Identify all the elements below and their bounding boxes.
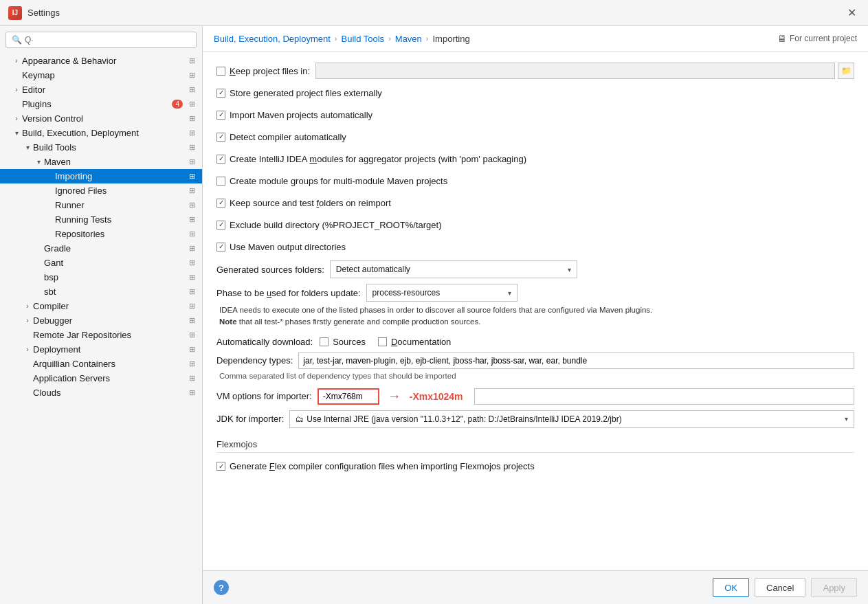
jdk-folder-icon: 🗂	[296, 414, 304, 424]
ok-button[interactable]: OK	[713, 578, 749, 597]
exclude-build-row: Exclude build directory (%PROJECT_ROOT%/…	[216, 216, 854, 233]
sidebar-item-keymap[interactable]: Keymap ⊞	[0, 68, 202, 82]
sidebar-item-app-servers[interactable]: Application Servers ⊞	[0, 371, 202, 385]
tree-arrow-deployment	[22, 346, 33, 353]
footer-buttons: OK Cancel Apply	[713, 578, 857, 597]
use-maven-output-label: Use Maven output directories	[230, 242, 346, 252]
sidebar-item-appearance[interactable]: Appearance & Behavior ⊞	[0, 54, 202, 68]
flexmojos-header: Flexmojos	[216, 439, 854, 453]
sidebar-item-plugins[interactable]: Plugins 4 ⊞	[0, 97, 202, 111]
keep-source-checkbox-wrap[interactable]: Keep source and test folders on reimport	[216, 198, 391, 208]
sidebar-item-repositories[interactable]: Repositories ⊞	[0, 227, 202, 241]
create-modules-label: Create IntelliJ IDEA modules for aggrega…	[230, 154, 526, 164]
vm-options-row: VM options for importer: → -Xmx1024m	[216, 388, 854, 405]
import-maven-checkbox-wrap[interactable]: Import Maven projects automatically	[216, 110, 372, 120]
search-input[interactable]	[25, 35, 190, 45]
sidebar-item-version-control[interactable]: Version Control ⊞	[0, 111, 202, 126]
browse-button[interactable]: 📁	[838, 63, 854, 79]
exclude-build-checkbox[interactable]	[216, 221, 225, 230]
breadcrumb-build-exec[interactable]: Build, Execution, Deployment	[214, 34, 331, 44]
documentation-checkbox[interactable]	[378, 337, 387, 346]
title-bar: IJ Settings ✕	[0, 0, 868, 26]
import-maven-checkbox[interactable]	[216, 111, 225, 120]
apply-button[interactable]: Apply	[811, 578, 857, 597]
breadcrumb-build-tools[interactable]: Build Tools	[341, 34, 384, 44]
breadcrumb: Build, Execution, Deployment › Build Too…	[203, 26, 868, 52]
keep-project-files-checkbox-wrap[interactable]: Keep project files in:	[216, 66, 310, 76]
generate-flex-checkbox[interactable]	[216, 462, 225, 471]
keep-project-files-checkbox[interactable]	[216, 67, 225, 76]
jdk-dropdown[interactable]: 🗂 Use Internal JRE (java version "11.0.3…	[289, 410, 854, 428]
vm-arrow-icon: →	[388, 388, 401, 404]
sidebar-item-bsp[interactable]: bsp ⊞	[0, 270, 202, 284]
generate-flex-checkbox-wrap[interactable]: Generate Flex compiler configuration fil…	[216, 461, 535, 471]
sidebar-item-editor[interactable]: Editor ⊞	[0, 82, 202, 97]
sidebar-item-maven[interactable]: Maven ⊞	[0, 155, 202, 169]
vm-fill-input[interactable]	[474, 388, 854, 405]
breadcrumb-sep-1: ›	[335, 34, 337, 43]
settings-icon-importing: ⊞	[187, 172, 197, 181]
sidebar-item-build-exec-deploy[interactable]: Build, Execution, Deployment ⊞	[0, 126, 202, 140]
keep-project-files-input[interactable]	[315, 63, 835, 79]
sidebar-item-runner[interactable]: Runner ⊞	[0, 198, 202, 212]
sidebar-item-clouds[interactable]: Clouds ⊞	[0, 385, 202, 400]
breadcrumb-maven[interactable]: Maven	[395, 34, 422, 44]
use-maven-output-checkbox-wrap[interactable]: Use Maven output directories	[216, 242, 346, 252]
settings-icon-bsp: ⊞	[187, 273, 197, 282]
detect-compiler-checkbox[interactable]	[216, 133, 225, 142]
sources-checkbox[interactable]	[320, 337, 329, 346]
cancel-button[interactable]: Cancel	[755, 578, 805, 597]
jdk-row: JDK for importer: 🗂 Use Internal JRE (ja…	[216, 410, 854, 428]
detect-compiler-checkbox-wrap[interactable]: Detect compiler automatically	[216, 132, 346, 142]
sidebar-item-gradle[interactable]: Gradle ⊞	[0, 241, 202, 256]
settings-icon-deployment: ⊞	[187, 345, 197, 354]
exclude-build-label: Exclude build directory (%PROJECT_ROOT%/…	[230, 220, 441, 230]
sidebar-item-running-tests[interactable]: Running Tests ⊞	[0, 212, 202, 227]
sidebar-item-arquillian[interactable]: Arquillian Containers ⊞	[0, 357, 202, 371]
sidebar-item-compiler[interactable]: Compiler ⊞	[0, 299, 202, 313]
keep-source-checkbox[interactable]	[216, 199, 225, 208]
sidebar-item-build-tools[interactable]: Build Tools ⊞	[0, 140, 202, 155]
dep-types-input[interactable]	[298, 353, 854, 369]
flexmojos-section: Flexmojos Generate Flex compiler configu…	[216, 439, 854, 475]
tree-arrow-maven	[33, 158, 44, 166]
use-maven-output-checkbox[interactable]	[216, 243, 225, 251]
phase-row: Phase to be used for folders update: pro…	[216, 284, 854, 302]
jdk-label: JDK for importer:	[216, 414, 284, 424]
close-button[interactable]: ✕	[843, 5, 860, 21]
settings-icon-editor: ⊞	[187, 85, 197, 94]
sources-checkbox-wrap[interactable]: Sources	[320, 337, 366, 347]
settings-icon-gant: ⊞	[187, 258, 197, 267]
generate-flex-row: Generate Flex compiler configuration fil…	[216, 458, 854, 475]
sidebar-item-sbt[interactable]: sbt ⊞	[0, 284, 202, 299]
exclude-build-checkbox-wrap[interactable]: Exclude build directory (%PROJECT_ROOT%/…	[216, 220, 441, 230]
for-current-project: 🖥 For current project	[777, 33, 857, 44]
idea-info-note: that all test-* phases firstly generate …	[237, 317, 481, 326]
sidebar-item-importing[interactable]: Importing ⊞	[0, 169, 202, 183]
sidebar-item-ignored-files[interactable]: Ignored Files ⊞	[0, 183, 202, 198]
sidebar-item-debugger[interactable]: Debugger ⊞	[0, 313, 202, 328]
help-button[interactable]: ?	[214, 580, 229, 595]
documentation-checkbox-wrap[interactable]: Documentation	[378, 337, 451, 347]
phase-dropdown[interactable]: process-resources ▾	[366, 284, 518, 302]
generated-sources-dropdown[interactable]: Detect automatically ▾	[330, 260, 577, 278]
store-generated-checkbox-wrap[interactable]: Store generated project files externally	[216, 88, 382, 98]
vm-old-input[interactable]	[318, 388, 379, 405]
auto-download-row: Automatically download: Sources Document…	[216, 337, 854, 347]
settings-icon-bed: ⊞	[187, 128, 197, 137]
phase-value: process-resources	[372, 288, 441, 298]
sidebar-item-deployment[interactable]: Deployment ⊞	[0, 342, 202, 357]
sidebar-item-remote-jar[interactable]: Remote Jar Repositories ⊞	[0, 328, 202, 342]
project-icon: 🖥	[777, 33, 787, 44]
keep-source-row: Keep source and test folders on reimport	[216, 194, 854, 211]
settings-icon-runner: ⊞	[187, 201, 197, 210]
store-generated-checkbox[interactable]	[216, 89, 225, 98]
search-box[interactable]: 🔍	[5, 32, 197, 48]
create-module-groups-checkbox-wrap[interactable]: Create module groups for multi-module Ma…	[216, 176, 447, 186]
settings-icon-arquillian: ⊞	[187, 359, 197, 368]
sidebar-item-gant[interactable]: Gant ⊞	[0, 256, 202, 270]
create-modules-checkbox-wrap[interactable]: Create IntelliJ IDEA modules for aggrega…	[216, 154, 526, 164]
create-module-groups-checkbox[interactable]	[216, 177, 225, 186]
settings-icon-repos: ⊞	[187, 230, 197, 238]
create-modules-checkbox[interactable]	[216, 155, 225, 164]
